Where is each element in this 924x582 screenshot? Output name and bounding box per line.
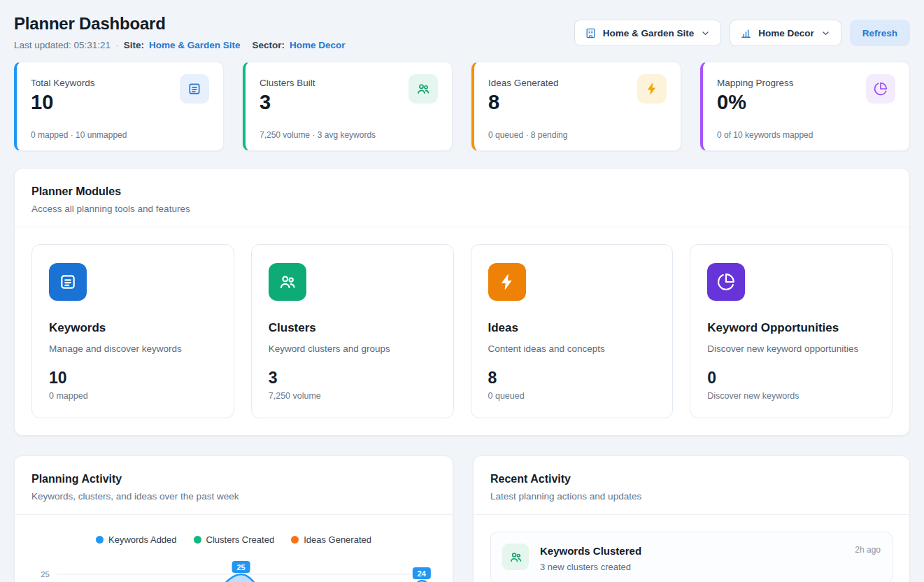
sector-selector-label: Home Decor: [758, 28, 814, 38]
activity-description: 3 new clusters created: [540, 562, 844, 572]
module-card[interactable]: Ideas Content ideas and concepts 8 0 que…: [471, 244, 674, 418]
module-value: 3: [269, 369, 436, 388]
stat-subtext: 0 mapped · 10 unmapped: [31, 130, 209, 140]
bar-chart-icon: [740, 27, 752, 39]
activity-body: Keywords Clustered 3 new clusters create…: [540, 544, 844, 572]
header: Planner Dashboard Last updated: 05:31:21…: [14, 14, 910, 50]
stat-card: Mapping Progress 0% 0 of 10 keywords map…: [700, 62, 910, 151]
activity-title: Keywords Clustered: [540, 545, 844, 557]
module-description: Manage and discover keywords: [49, 343, 217, 354]
pie-icon: [866, 74, 895, 104]
planning-activity-subtitle: Keywords, clusters, and ideas over the p…: [31, 491, 436, 502]
users-icon: [408, 74, 438, 104]
chevron-down-icon: [700, 28, 711, 38]
module-title: Clusters: [269, 321, 436, 335]
module-description: Discover new keyword opportunities: [707, 343, 875, 354]
stat-subtext: 7,250 volume · 3 avg keywords: [260, 130, 438, 140]
activity-list: Keywords Clustered 3 new clusters create…: [474, 515, 909, 582]
separator-dot: ·: [115, 40, 119, 50]
bolt-icon: [637, 74, 667, 104]
module-value: 8: [488, 369, 656, 388]
legend-item: Clusters Created: [194, 534, 275, 545]
svg-text:25: 25: [236, 563, 245, 572]
legend-label: Keywords Added: [108, 534, 177, 545]
legend-item: Keywords Added: [96, 534, 177, 545]
document-icon: [180, 74, 209, 104]
planning-activity-title: Planning Activity: [31, 473, 436, 485]
legend-dot: [96, 536, 104, 544]
module-description: Content ideas and concepts: [488, 343, 656, 354]
module-card[interactable]: Keyword Opportunities Discover new keywo…: [690, 244, 893, 418]
module-title: Ideas: [488, 321, 656, 335]
site-selector-dropdown[interactable]: Home & Garden Site: [574, 20, 722, 46]
stat-value: 3: [260, 91, 408, 114]
last-updated-text: Last updated: 05:31:21: [14, 40, 111, 50]
sector-label: Sector:: [252, 40, 285, 50]
module-subtext: 0 mapped: [49, 391, 217, 401]
planner-modules-subtitle: Access all planning tools and features: [31, 204, 893, 214]
legend-label: Clusters Created: [206, 534, 275, 545]
stat-cards-row: Total Keywords 10 0 mapped · 10 unmapped…: [14, 62, 910, 151]
users-icon: [502, 544, 529, 570]
stat-subtext: 0 queued · 8 pending: [488, 130, 667, 140]
stat-label: Mapping Progress: [717, 74, 866, 88]
legend-label: Ideas Generated: [304, 534, 371, 545]
module-value: 10: [49, 369, 217, 388]
document-icon: [49, 263, 87, 301]
planning-activity-panel: Planning Activity Keywords, clusters, an…: [14, 455, 453, 582]
bolt-icon: [488, 263, 526, 301]
activity-time: 2h ago: [855, 545, 881, 555]
stat-value: 8: [488, 91, 637, 114]
stat-value: 0%: [717, 91, 866, 114]
planner-modules-header: Planner Modules Access all planning tool…: [15, 169, 909, 227]
svg-text:24: 24: [418, 569, 427, 578]
modules-grid: Keywords Manage and discover keywords 10…: [15, 227, 909, 435]
stat-label: Ideas Generated: [488, 74, 637, 88]
module-card[interactable]: Clusters Keyword clusters and groups 3 7…: [251, 244, 454, 418]
refresh-button[interactable]: Refresh: [850, 20, 910, 46]
legend-dot: [194, 536, 201, 544]
module-value: 0: [707, 369, 875, 388]
module-subtext: Discover new keywords: [707, 391, 875, 401]
stat-label: Clusters Built: [260, 74, 408, 88]
module-description: Keyword clusters and groups: [269, 343, 436, 354]
module-card[interactable]: Keywords Manage and discover keywords 10…: [31, 244, 234, 418]
module-subtext: 7,250 volume: [269, 391, 436, 401]
module-title: Keyword Opportunities: [707, 321, 875, 335]
header-left: Planner Dashboard Last updated: 05:31:21…: [14, 14, 345, 50]
recent-activity-panel: Recent Activity Latest planning actions …: [473, 455, 910, 582]
svg-text:25: 25: [41, 570, 50, 579]
stat-subtext: 0 of 10 keywords mapped: [717, 130, 895, 140]
site-label: Site:: [124, 40, 144, 50]
chart-area: Keywords Added Clusters Created Ideas Ge…: [15, 515, 453, 582]
users-icon: [269, 263, 306, 301]
planner-dashboard-page: Planner Dashboard Last updated: 05:31:21…: [0, 0, 924, 582]
planning-activity-chart: 252524: [31, 552, 436, 582]
site-selector-label: Home & Garden Site: [603, 28, 695, 38]
legend-dot: [291, 536, 299, 544]
chevron-down-icon: [820, 28, 831, 38]
planner-modules-panel: Planner Modules Access all planning tool…: [14, 168, 910, 436]
meta-row: Last updated: 05:31:21 · Site: Home & Ga…: [14, 40, 345, 50]
planner-modules-title: Planner Modules: [31, 185, 893, 198]
chart-legend: Keywords Added Clusters Created Ideas Ge…: [31, 534, 436, 545]
building-icon: [585, 27, 597, 39]
stat-card: Ideas Generated 8 0 queued · 8 pending: [471, 62, 681, 151]
legend-item: Ideas Generated: [291, 534, 371, 545]
module-title: Keywords: [49, 321, 217, 335]
site-link[interactable]: Home & Garden Site: [149, 40, 241, 50]
stat-value: 10: [31, 91, 180, 114]
stat-card: Total Keywords 10 0 mapped · 10 unmapped: [14, 62, 224, 151]
bottom-row: Planning Activity Keywords, clusters, an…: [14, 455, 910, 582]
stat-label: Total Keywords: [31, 74, 180, 88]
module-subtext: 0 queued: [488, 391, 656, 401]
header-controls: Home & Garden Site Home Decor Refresh: [574, 20, 910, 46]
recent-activity-title: Recent Activity: [490, 473, 893, 485]
sector-link[interactable]: Home Decor: [290, 40, 346, 50]
sector-selector-dropdown[interactable]: Home Decor: [730, 20, 841, 46]
stat-card: Clusters Built 3 7,250 volume · 3 avg ke…: [243, 62, 453, 151]
recent-activity-subtitle: Latest planning actions and updates: [490, 491, 893, 502]
planning-activity-header: Planning Activity Keywords, clusters, an…: [15, 456, 453, 515]
pie-icon: [707, 263, 745, 301]
activity-item[interactable]: Keywords Clustered 3 new clusters create…: [490, 532, 893, 582]
